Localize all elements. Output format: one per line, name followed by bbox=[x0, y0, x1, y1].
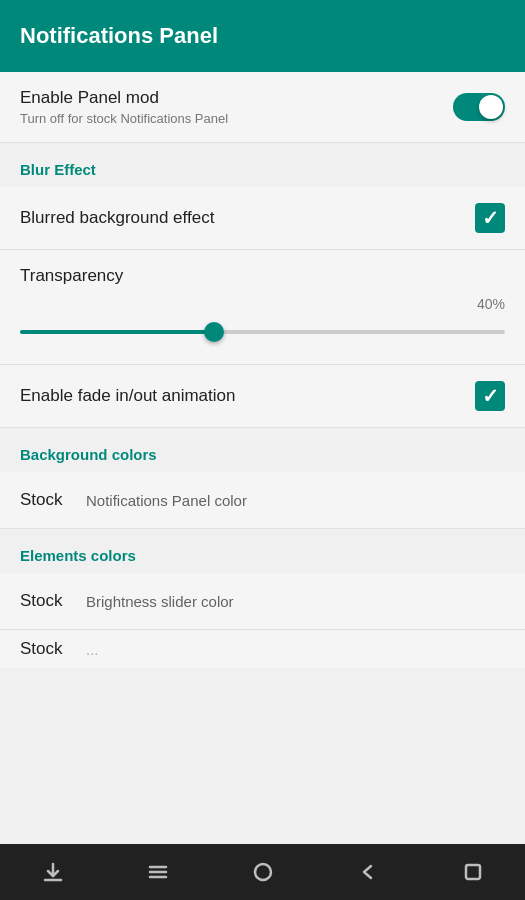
blur-effect-title: Blur Effect bbox=[20, 161, 96, 178]
download-nav-icon[interactable] bbox=[33, 852, 73, 892]
slider-fill bbox=[20, 330, 214, 334]
svg-point-4 bbox=[255, 864, 271, 880]
enable-panel-sublabel: Turn off for stock Notifications Panel bbox=[20, 111, 228, 126]
brightness-slider-color-row[interactable]: Stock Brightness slider color bbox=[0, 573, 525, 630]
transparency-slider-container bbox=[20, 316, 505, 354]
background-colors-title: Background colors bbox=[20, 446, 157, 463]
notifications-panel-color-row[interactable]: Stock Notifications Panel color bbox=[0, 472, 525, 529]
fade-animation-checkbox[interactable]: ✓ bbox=[475, 381, 505, 411]
partial-stock-label: Stock bbox=[20, 639, 72, 659]
elements-colors-section-header: Elements colors bbox=[0, 529, 525, 573]
elements-colors-title: Elements colors bbox=[20, 547, 136, 564]
blurred-bg-checkbox[interactable]: ✓ bbox=[475, 203, 505, 233]
back-nav-icon[interactable] bbox=[348, 852, 388, 892]
transparency-label: Transparency bbox=[20, 266, 505, 286]
brightness-color-value: Brightness slider color bbox=[86, 593, 234, 610]
brightness-stock-label: Stock bbox=[20, 591, 72, 611]
recent-apps-nav-icon[interactable] bbox=[453, 852, 493, 892]
settings-content: Enable Panel mod Turn off for stock Noti… bbox=[0, 72, 525, 844]
notifications-stock-label: Stock bbox=[20, 490, 72, 510]
blurred-bg-label: Blurred background effect bbox=[20, 208, 214, 228]
enable-panel-row: Enable Panel mod Turn off for stock Noti… bbox=[0, 72, 525, 143]
checkmark-icon-2: ✓ bbox=[482, 384, 499, 408]
home-nav-icon[interactable] bbox=[243, 852, 283, 892]
transparency-row: Transparency 40% bbox=[0, 250, 525, 365]
menu-nav-icon[interactable] bbox=[138, 852, 178, 892]
notifications-color-value: Notifications Panel color bbox=[86, 492, 247, 509]
fade-animation-label: Enable fade in/out animation bbox=[20, 386, 236, 406]
app-header: Notifications Panel bbox=[0, 0, 525, 72]
bottom-navigation bbox=[0, 844, 525, 900]
svg-rect-5 bbox=[466, 865, 480, 879]
background-colors-section-header: Background colors bbox=[0, 428, 525, 472]
transparency-value: 40% bbox=[20, 296, 505, 312]
slider-track bbox=[20, 330, 505, 334]
partial-value: ... bbox=[86, 641, 99, 658]
page-title: Notifications Panel bbox=[20, 23, 218, 49]
fade-animation-row: Enable fade in/out animation ✓ bbox=[0, 365, 525, 428]
partial-row: Stock ... bbox=[0, 630, 525, 668]
checkmark-icon: ✓ bbox=[482, 206, 499, 230]
enable-panel-toggle[interactable] bbox=[453, 93, 505, 121]
slider-thumb[interactable] bbox=[204, 322, 224, 342]
enable-panel-text: Enable Panel mod Turn off for stock Noti… bbox=[20, 88, 228, 126]
blur-effect-section-header: Blur Effect bbox=[0, 143, 525, 187]
blurred-bg-row: Blurred background effect ✓ bbox=[0, 187, 525, 250]
enable-panel-label: Enable Panel mod bbox=[20, 88, 228, 108]
